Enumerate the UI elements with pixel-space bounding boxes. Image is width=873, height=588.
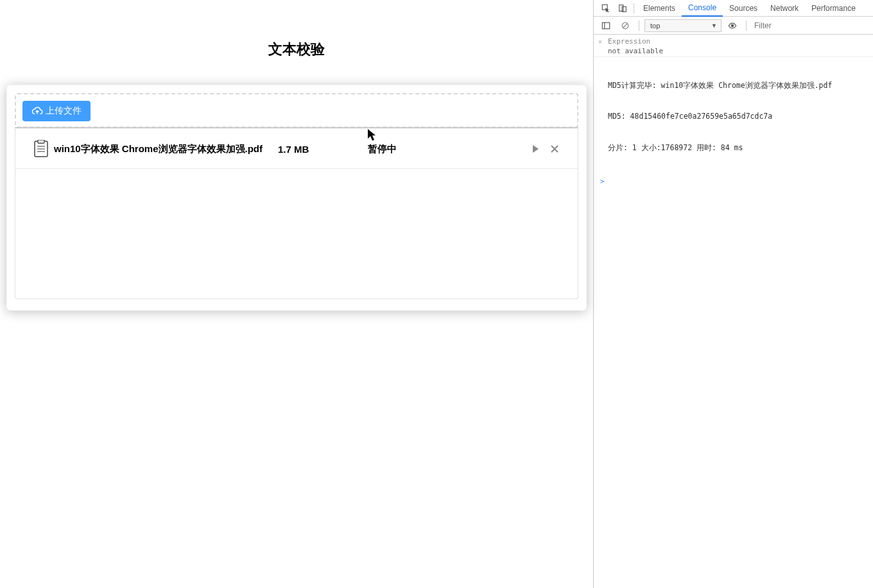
console-sidebar-toggle-icon[interactable] <box>598 19 614 33</box>
file-row: win10字体效果 Chrome浏览器字体效果加强.pdf 1.7 MB 暂停中 <box>15 128 578 169</box>
context-selector[interactable]: top ▼ <box>644 19 722 32</box>
svg-rect-6 <box>619 4 623 11</box>
drop-zone[interactable]: 上传文件 <box>15 93 578 128</box>
file-size: 1.7 MB <box>278 144 368 155</box>
expression-value: not available <box>608 47 868 55</box>
tab-elements[interactable]: Elements <box>637 0 682 17</box>
filter-input[interactable] <box>752 20 829 31</box>
live-expression-row: ✕ Expression not available <box>594 35 873 57</box>
file-actions <box>530 144 560 154</box>
tab-sources[interactable]: Sources <box>723 0 764 17</box>
devtools-panel: Elements Console Sources Network Perform… <box>593 0 873 588</box>
log-line: MD5: 48d15460fe7ce0a27659e5a65d7cdc7a <box>608 111 868 121</box>
log-line: MD5计算完毕: win10字体效果 Chrome浏览器字体效果加强.pdf <box>608 80 868 91</box>
separator <box>639 21 639 31</box>
live-expression-eye-icon[interactable] <box>724 19 741 33</box>
page-title: 文本校验 <box>0 40 593 59</box>
tab-performance[interactable]: Performance <box>805 0 862 17</box>
upload-button-label: 上传文件 <box>46 105 82 117</box>
separator <box>634 3 634 13</box>
file-name: win10字体效果 Chrome浏览器字体效果加强.pdf <box>54 143 263 155</box>
upload-card: 上传文件 win10字体效果 Chrome浏览器字体效果加强.pdf 1.7 M… <box>6 85 587 311</box>
tab-console[interactable]: Console <box>682 0 723 17</box>
inspect-icon[interactable] <box>598 1 614 15</box>
upload-button[interactable]: 上传文件 <box>22 101 91 121</box>
chevron-down-icon: ▼ <box>711 22 717 29</box>
web-page-panel: 文本校验 上传文件 win10字体效果 Chrome浏览器字 <box>0 0 593 588</box>
svg-rect-8 <box>602 22 609 29</box>
play-icon[interactable] <box>530 144 540 154</box>
separator <box>746 21 747 31</box>
console-prompt[interactable]: > <box>594 176 873 187</box>
svg-point-12 <box>731 24 734 27</box>
document-icon <box>33 140 49 158</box>
log-line: 分片: 1 大小:1768972 用时: 84 ms <box>608 143 868 153</box>
device-toggle-icon[interactable] <box>614 1 631 15</box>
context-label: top <box>650 22 660 30</box>
svg-line-11 <box>623 23 628 28</box>
console-toolbar: top ▼ <box>594 17 873 35</box>
file-list-panel: win10字体效果 Chrome浏览器字体效果加强.pdf 1.7 MB 暂停中 <box>15 127 578 299</box>
console-output: MD5计算完毕: win10字体效果 Chrome浏览器字体效果加强.pdf M… <box>594 57 873 176</box>
svg-rect-1 <box>38 140 44 143</box>
file-status: 暂停中 <box>368 143 451 155</box>
close-icon[interactable] <box>549 144 560 154</box>
close-expression-icon[interactable]: ✕ <box>598 38 602 45</box>
devtools-tabs: Elements Console Sources Network Perform… <box>594 0 873 17</box>
cursor-icon <box>367 128 376 141</box>
cloud-upload-icon <box>31 105 43 117</box>
clear-console-icon[interactable] <box>617 19 634 33</box>
tab-network[interactable]: Network <box>764 0 805 17</box>
expression-label[interactable]: Expression <box>608 37 650 46</box>
